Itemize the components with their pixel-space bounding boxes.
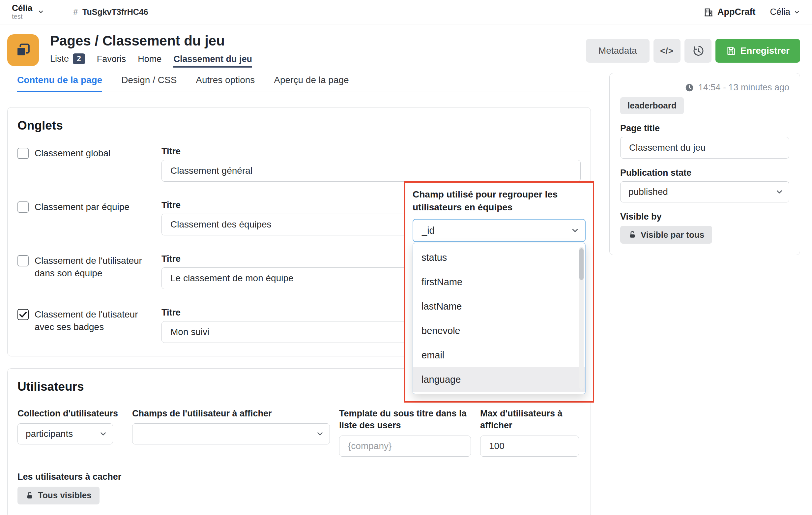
onglet-row-label: Classement global — [35, 147, 110, 160]
titre-input-global[interactable] — [162, 160, 581, 182]
group-field-select[interactable]: _id — [413, 219, 586, 242]
project-id-value: TuSgkvT3frHC46 — [82, 7, 148, 17]
publication-state-label: Publication state — [620, 168, 789, 178]
tab-contenu[interactable]: Contenu de la page — [17, 71, 102, 92]
user-fields-field: Champs de l'utilisateur à afficher — [132, 408, 330, 457]
collection-field: Collection d'utilisateurs participants — [18, 408, 123, 457]
max-users-input[interactable] — [480, 436, 579, 457]
utilisateurs-fields-row: Collection d'utilisateurs participants C… — [18, 408, 581, 457]
header-actions: Metadata </> Enregistrer — [586, 39, 800, 63]
tab-apercu[interactable]: Aperçu de la page — [274, 71, 349, 92]
collection-value: participants — [26, 429, 73, 439]
visible-by-button-label: Visible par tous — [641, 230, 704, 240]
nav-home[interactable]: Home — [138, 54, 162, 67]
appcraft-brand[interactable]: AppCraft — [703, 7, 756, 17]
dropdown-option-status[interactable]: status — [413, 245, 585, 270]
liste-count-badge: 2 — [73, 53, 85, 64]
dropdown-option-lastname[interactable]: lastName — [413, 294, 585, 319]
user-fields-label: Champs de l'utilisateur à afficher — [132, 408, 330, 419]
collection-label: Collection d'utilisateurs — [18, 408, 123, 419]
code-button[interactable]: </> — [654, 39, 680, 63]
visible-by-label: Visible by — [620, 212, 789, 222]
subtitle-template-input[interactable] — [339, 436, 471, 457]
classement-global-checkbox[interactable] — [18, 148, 29, 159]
chevron-down-icon — [793, 9, 800, 16]
save-button[interactable]: Enregistrer — [716, 39, 800, 63]
dropdown-option-benevole[interactable]: benevole — [413, 319, 585, 343]
dropdown-option-email[interactable]: email — [413, 343, 585, 367]
unlock-icon — [25, 491, 34, 500]
subtitle-template-field: Template du sous titre dans la liste des… — [339, 408, 471, 457]
page-slug-badge: leaderboard — [620, 97, 684, 114]
classement-equipe-checkbox[interactable] — [18, 201, 29, 213]
pages-icon — [7, 34, 39, 66]
subtitle-template-label: Template du sous titre dans la liste des… — [339, 408, 471, 432]
chevron-down-icon — [775, 188, 784, 196]
onglet-row-label: Classement par équipe — [35, 201, 129, 213]
check-icon — [19, 310, 28, 319]
workspace-subtitle: test — [12, 12, 32, 21]
chevron-down-icon — [99, 430, 108, 438]
topbar-right: AppCraft Célia — [703, 7, 800, 17]
classement-utilisateur-equipe-checkbox[interactable] — [18, 255, 29, 266]
hidden-users-button-label: Tous visibles — [38, 490, 92, 500]
timestamp-text: 14:54 - 13 minutes ago — [698, 82, 789, 93]
user-name: Célia — [770, 7, 790, 17]
nav-current-page[interactable]: Classement du jeu — [173, 54, 252, 67]
page-tabs: Contenu de la page Design / CSS Autres o… — [7, 71, 591, 92]
pages-nav: Liste 2 Favoris Home Classement du jeu — [50, 53, 252, 67]
workspace-names: Célia test — [12, 4, 32, 21]
last-saved-timestamp: 14:54 - 13 minutes ago — [620, 82, 789, 93]
group-field-dropdown: status firstName lastName benevole email… — [413, 243, 586, 394]
copy-pages-icon — [14, 41, 32, 59]
nav-favoris[interactable]: Favoris — [97, 54, 126, 67]
dropdown-scrollbar-thumb[interactable] — [579, 248, 584, 280]
history-button[interactable] — [685, 39, 712, 63]
sidebar: 14:54 - 13 minutes ago leaderboard Page … — [591, 71, 800, 515]
code-icon: </> — [660, 46, 674, 56]
titre-label: Titre — [162, 146, 581, 157]
publication-state-select[interactable]: published — [620, 181, 789, 202]
hidden-users-button[interactable]: Tous visibles — [18, 487, 99, 505]
onglets-title: Onglets — [18, 119, 581, 133]
page-title: Pages / Classement du jeu — [50, 33, 252, 49]
chevron-down-icon — [37, 8, 44, 15]
group-field-label: Champ utilisé pour regrouper les utilisa… — [413, 188, 574, 214]
save-label: Enregistrer — [741, 46, 790, 56]
nav-liste-label: Liste — [50, 54, 69, 64]
dropdown-option-firstname[interactable]: firstName — [413, 270, 585, 294]
page-title-label: Page title — [620, 123, 789, 134]
visible-by-button[interactable]: Visible par tous — [620, 226, 712, 244]
hash-symbol: # — [73, 7, 78, 17]
nav-liste[interactable]: Liste 2 — [50, 53, 85, 67]
classement-badges-checkbox[interactable] — [18, 309, 29, 320]
chevron-down-icon — [571, 226, 580, 235]
page-title-input[interactable] — [620, 137, 789, 159]
chevron-down-icon — [316, 430, 324, 438]
nav-home-label: Home — [138, 54, 162, 64]
page-info-card: 14:54 - 13 minutes ago leaderboard Page … — [609, 73, 800, 255]
collection-select[interactable]: participants — [18, 423, 113, 444]
title-block: Pages / Classement du jeu Liste 2 Favori… — [50, 32, 252, 67]
user-fields-select[interactable] — [132, 423, 330, 444]
metadata-button[interactable]: Metadata — [586, 39, 649, 63]
dropdown-option-language[interactable]: language — [413, 367, 585, 392]
clock-icon — [685, 83, 694, 93]
building-icon — [703, 7, 714, 17]
tab-autres-options[interactable]: Autres options — [196, 71, 255, 92]
app-name: AppCraft — [718, 7, 756, 17]
user-menu[interactable]: Célia — [770, 7, 800, 17]
tab-design-css[interactable]: Design / CSS — [121, 71, 177, 92]
nav-current-label: Classement du jeu — [173, 54, 252, 64]
workspace-name: Célia — [12, 4, 32, 12]
max-users-label: Max d'utilisateurs à afficher — [480, 408, 579, 432]
group-field-popup: Champ utilisé pour regrouper les utilisa… — [405, 183, 593, 394]
hidden-users-label: Les utilisateurs à cacher — [18, 472, 581, 482]
save-icon — [726, 46, 736, 56]
workspace-switcher[interactable]: Célia test — [12, 4, 44, 21]
history-icon — [692, 45, 704, 57]
annotation-box: Champ utilisé pour regrouper les utilisa… — [404, 181, 594, 403]
nav-favoris-label: Favoris — [97, 54, 126, 64]
dropdown-scrollbar-track[interactable] — [579, 247, 584, 390]
onglet-row-global: Classement global Titre — [18, 146, 581, 182]
